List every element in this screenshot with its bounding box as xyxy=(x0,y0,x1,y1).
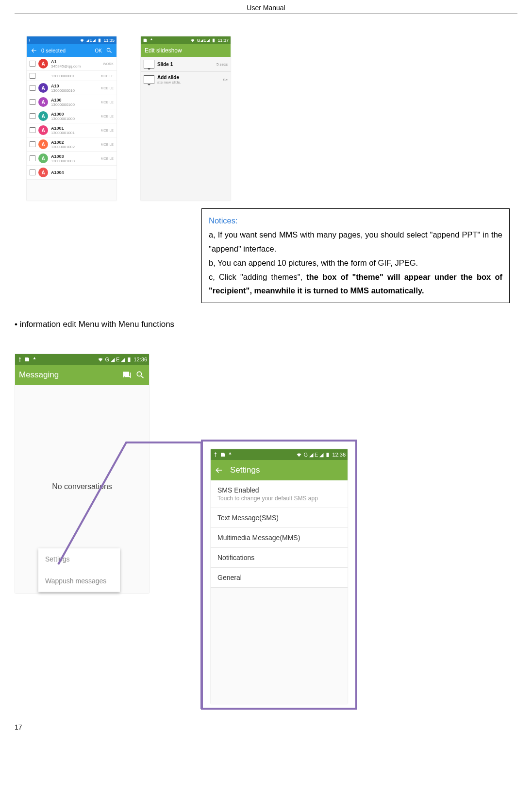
settings-item[interactable]: SMS EnabledTouch to change your default … xyxy=(211,480,348,508)
contact-detail: 13000000100 xyxy=(51,102,98,107)
contact-row[interactable]: AA1013000000010MOBILE xyxy=(27,81,116,95)
notices-line-c: c, Click "adding themes", the box of "th… xyxy=(209,270,502,298)
settings-item[interactable]: General xyxy=(211,568,348,588)
slide-item[interactable]: Slide 1 5 secs xyxy=(141,57,231,72)
settings-item-title: Notifications xyxy=(217,554,341,561)
contact-detail: 345345@qq.com xyxy=(51,64,100,68)
search-icon[interactable] xyxy=(106,47,113,54)
app-bar: Messaging xyxy=(15,365,149,385)
contact-row[interactable]: AA1345345@qq.comWORK xyxy=(27,57,116,71)
add-slide-item[interactable]: Add slide ate new slide. Se xyxy=(141,72,231,87)
contact-row[interactable]: 13000000001MOBILE xyxy=(27,71,116,81)
sd-icon xyxy=(24,357,30,362)
back-icon[interactable] xyxy=(31,47,37,54)
ok-button[interactable]: OK xyxy=(95,48,102,53)
wifi-icon xyxy=(80,38,84,43)
notices-title: Notices: xyxy=(209,214,502,228)
settings-item-title: SMS Enabled xyxy=(217,486,341,494)
settings-item-title: Text Message(SMS) xyxy=(217,514,341,522)
contact-detail: 13000001002 xyxy=(51,145,98,149)
battery-icon xyxy=(325,452,331,458)
checkbox[interactable] xyxy=(30,61,35,67)
arrow-icon xyxy=(227,452,233,458)
add-slide-sub: ate new slide. xyxy=(157,80,220,85)
screenshot-messaging: G ◢ E ◢ 12:36 Messaging No conversations… xyxy=(15,354,149,593)
status-bar: G ◢ E ◢ 12:36 xyxy=(15,354,149,365)
checkbox[interactable] xyxy=(30,73,35,79)
arrow-icon xyxy=(32,357,37,362)
arrow-icon xyxy=(149,38,154,43)
contact-row[interactable]: AA100213000001002MOBILE xyxy=(27,137,116,152)
appbar-title: Edit slideshow xyxy=(145,47,227,54)
avatar: A xyxy=(38,125,48,135)
slide-label: Slide 1 xyxy=(157,62,214,67)
app-bar: 0 selected OK xyxy=(27,44,116,57)
avatar: A xyxy=(38,153,48,163)
settings-item[interactable]: Notifications xyxy=(211,548,348,568)
battery-icon xyxy=(211,38,216,43)
contact-type: MOBILE xyxy=(101,115,114,118)
contact-name: A1003 xyxy=(51,154,98,159)
avatar: A xyxy=(38,168,48,177)
contact-row[interactable]: AA100013000001000MOBILE xyxy=(27,109,116,123)
menu-item-wappush[interactable]: Wappush messages xyxy=(38,570,120,592)
contact-type: MOBILE xyxy=(101,74,114,78)
avatar: A xyxy=(38,83,48,93)
contact-type: WORK xyxy=(103,62,114,66)
slide-icon xyxy=(144,60,154,68)
page-header: User Manual xyxy=(15,0,517,14)
checkbox[interactable] xyxy=(30,113,35,119)
settings-item[interactable]: Multimedia Message(MMS) xyxy=(211,528,348,548)
avatar: A xyxy=(38,139,48,149)
battery-icon xyxy=(126,357,132,362)
battery-icon xyxy=(97,38,102,43)
contact-detail: 13000000001 xyxy=(51,74,98,78)
contact-name: A100 xyxy=(51,98,98,102)
new-message-icon[interactable] xyxy=(122,370,132,380)
contact-row[interactable]: AA100113000001001MOBILE xyxy=(27,123,116,137)
checkbox[interactable] xyxy=(30,170,35,175)
settings-item[interactable]: Text Message(SMS) xyxy=(211,508,348,528)
screenshot-contacts: ◢E◢ 11:35 0 selected OK AA1345345@qq.com… xyxy=(27,36,116,201)
settings-item-sub: Touch to change your default SMS app xyxy=(217,495,341,502)
status-time: 12:36 xyxy=(133,357,147,362)
notices-box: Notices: a, If you want send MMS with ma… xyxy=(201,208,510,303)
app-bar: Settings xyxy=(211,460,348,480)
contact-type: MOBILE xyxy=(101,86,114,90)
search-icon[interactable] xyxy=(135,370,145,380)
contact-name: A1002 xyxy=(51,140,98,145)
menu-item-settings[interactable]: Settings xyxy=(38,548,120,570)
wifi-icon xyxy=(296,452,302,458)
popup-menu: Settings Wappush messages xyxy=(38,548,120,592)
contact-type: MOBILE xyxy=(101,129,114,132)
checkbox[interactable] xyxy=(30,99,35,105)
contact-name: A1000 xyxy=(51,112,98,117)
contact-detail: 13000001003 xyxy=(51,159,98,163)
wifi-icon xyxy=(190,38,195,43)
checkbox[interactable] xyxy=(30,127,35,133)
contact-detail: 13000000010 xyxy=(51,88,98,93)
add-slide-label: Add slide xyxy=(157,75,220,80)
contact-row[interactable]: AA1004 xyxy=(27,166,116,180)
checkbox[interactable] xyxy=(30,85,35,91)
contact-row[interactable]: AA100313000001003MOBILE xyxy=(27,152,116,166)
signal-label: G◢E◢ xyxy=(197,38,210,43)
screenshot-settings-border: G ◢ E ◢ 12:36 Settings SMS EnabledTouch … xyxy=(201,440,357,710)
app-bar: Edit slideshow xyxy=(141,44,231,57)
battery-icon xyxy=(29,38,33,43)
add-slide-right: Se xyxy=(223,78,228,82)
status-bar: ◢E◢ 11:35 xyxy=(27,36,116,44)
contact-detail: 13000001000 xyxy=(51,117,98,121)
notices-line-a: a, If you want send MMS with many pages,… xyxy=(209,228,502,256)
status-bar: G ◢ E ◢ 12:36 xyxy=(211,449,348,460)
usb-icon xyxy=(17,357,23,362)
contact-row[interactable]: AA10013000000100MOBILE xyxy=(27,95,116,109)
settings-item-title: General xyxy=(217,574,341,581)
back-icon[interactable] xyxy=(215,466,223,475)
checkbox[interactable] xyxy=(30,141,35,147)
checkbox[interactable] xyxy=(30,155,35,161)
no-conversations-label: No conversations xyxy=(15,482,149,491)
status-time: 11:37 xyxy=(217,38,229,43)
sd-icon xyxy=(143,38,148,43)
slide-icon xyxy=(144,75,154,84)
